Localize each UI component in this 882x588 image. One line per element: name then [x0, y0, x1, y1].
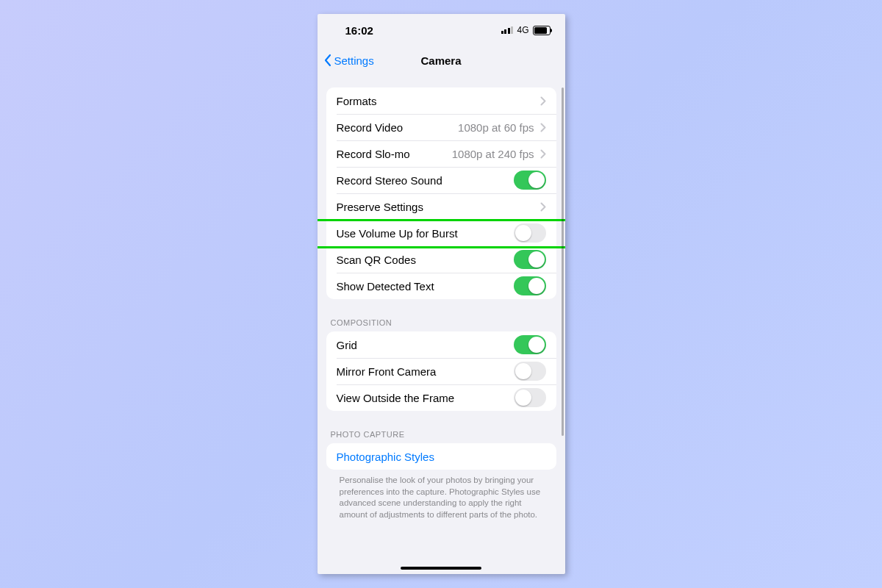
row-label: Use Volume Up for Burst	[337, 227, 458, 240]
row-label: View Outside the Frame	[337, 392, 455, 404]
row-label: Record Slo-mo	[337, 148, 410, 160]
row-label: Mirror Front Camera	[337, 365, 437, 378]
status-bar: 16:02 4G	[318, 14, 565, 46]
toggle-stereo-sound[interactable]	[514, 171, 546, 190]
settings-group-composition: COMPOSITION Grid Mirror Front Camera Vie…	[326, 318, 556, 411]
row-formats[interactable]: Formats	[326, 87, 556, 114]
nav-header: Settings Camera	[318, 46, 565, 74]
row-detected-text[interactable]: Show Detected Text	[326, 273, 556, 299]
page-title: Camera	[420, 54, 461, 67]
settings-group-1: Formats Record Video 1080p at 60 fps	[326, 87, 556, 299]
toggle-view-outside[interactable]	[514, 388, 546, 407]
status-time: 16:02	[345, 24, 373, 37]
chevron-right-icon	[540, 96, 546, 106]
toggle-volume-burst[interactable]	[514, 223, 546, 243]
row-label: Formats	[337, 95, 377, 107]
phone-frame: 16:02 4G Settings Camera	[318, 14, 565, 574]
toggle-scan-qr[interactable]	[514, 250, 546, 269]
row-value: 1080p at 60 fps	[458, 121, 534, 134]
chevron-left-icon	[323, 54, 332, 67]
network-type: 4G	[517, 25, 528, 35]
back-label: Settings	[334, 54, 374, 67]
home-indicator[interactable]	[401, 567, 481, 570]
row-photographic-styles[interactable]: Photographic Styles	[326, 443, 556, 470]
chevron-right-icon	[540, 149, 546, 159]
row-volume-burst[interactable]: Use Volume Up for Burst	[326, 220, 556, 246]
back-button[interactable]: Settings	[323, 46, 374, 74]
signal-icon	[501, 26, 514, 34]
battery-icon	[533, 26, 551, 35]
scrollbar[interactable]	[562, 87, 564, 436]
row-label: Photographic Styles	[337, 451, 434, 463]
toggle-mirror-front[interactable]	[514, 362, 546, 381]
row-stereo-sound[interactable]: Record Stereo Sound	[326, 167, 556, 193]
row-label: Grid	[337, 339, 357, 351]
page-background: 16:02 4G Settings Camera	[0, 0, 882, 588]
toggle-grid[interactable]	[514, 335, 546, 354]
group-footer-text: Personalise the look of your photos by b…	[326, 470, 556, 520]
row-label: Record Video	[337, 121, 404, 134]
row-label: Record Stereo Sound	[337, 174, 442, 187]
row-scan-qr[interactable]: Scan QR Codes	[326, 246, 556, 273]
settings-group-photo-capture: PHOTO CAPTURE Photographic Styles Person…	[326, 430, 556, 520]
chevron-right-icon	[540, 202, 546, 212]
row-grid[interactable]: Grid	[326, 331, 556, 358]
row-label: Preserve Settings	[337, 201, 423, 213]
row-record-video[interactable]: Record Video 1080p at 60 fps	[326, 114, 556, 140]
row-mirror-front[interactable]: Mirror Front Camera	[326, 358, 556, 384]
row-label: Show Detected Text	[337, 280, 434, 293]
group-header-composition: COMPOSITION	[326, 318, 556, 331]
chevron-right-icon	[540, 123, 546, 132]
toggle-detected-text[interactable]	[514, 276, 546, 295]
row-value: 1080p at 240 fps	[452, 148, 534, 160]
row-record-slomo[interactable]: Record Slo-mo 1080p at 240 fps	[326, 140, 556, 167]
row-preserve-settings[interactable]: Preserve Settings	[326, 193, 556, 220]
row-label: Scan QR Codes	[337, 254, 416, 266]
group-header-photo-capture: PHOTO CAPTURE	[326, 430, 556, 443]
row-view-outside[interactable]: View Outside the Frame	[326, 384, 556, 411]
